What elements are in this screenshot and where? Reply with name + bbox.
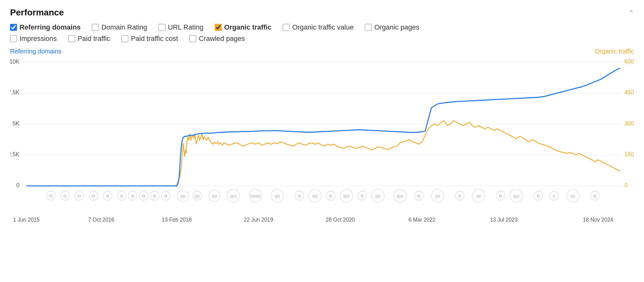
svg-text:G: G: [142, 193, 145, 198]
axis-labels: Referring domains Organic traffic: [10, 48, 634, 55]
svg-text:13 Jul 2023: 13 Jul 2023: [490, 217, 518, 223]
checkbox-item-crawled-pages[interactable]: Crawled pages: [189, 35, 245, 43]
svg-text:G: G: [49, 193, 53, 198]
checkbox-item-url-rating[interactable]: URL Rating: [158, 23, 203, 31]
svg-text:G: G: [120, 193, 123, 198]
checkbox-item-organic-traffic[interactable]: Organic traffic: [215, 23, 271, 31]
organic-traffic-label: Organic traffic: [224, 23, 271, 31]
organic-traffic-value-checkbox[interactable]: [283, 24, 290, 31]
chart-wrapper: 10K 7.5K 5K 2.5K 0 600K 450K 300K 150K 0…: [10, 56, 634, 238]
svg-text:450K: 450K: [625, 89, 634, 96]
svg-text:G: G: [329, 193, 332, 198]
crawled-pages-checkbox[interactable]: [189, 35, 196, 42]
svg-text:G: G: [64, 193, 67, 198]
svg-text:(((G: (((G: [397, 194, 403, 198]
domain-rating-label: Domain Rating: [101, 23, 147, 31]
organic-pages-checkbox[interactable]: [365, 24, 372, 31]
svg-text:13 Feb 2018: 13 Feb 2018: [162, 217, 192, 223]
svg-text:(((G: (((G: [513, 194, 519, 198]
svg-text:G: G: [298, 193, 301, 198]
svg-text:0: 0: [16, 182, 19, 188]
svg-text:((G: ((G: [275, 194, 280, 198]
svg-text:6 Mar 2022: 6 Mar 2022: [408, 217, 436, 223]
svg-text:G: G: [417, 193, 420, 198]
svg-text:G: G: [78, 193, 81, 198]
svg-text:G: G: [131, 193, 134, 198]
url-rating-label: URL Rating: [168, 23, 203, 31]
impressions-label: Impressions: [19, 35, 57, 43]
svg-text:((G: ((G: [180, 194, 186, 198]
referring-domains-checkbox[interactable]: [10, 24, 17, 31]
panel-title: Performance: [10, 8, 64, 18]
checkbox-item-impressions[interactable]: Impressions: [10, 35, 57, 43]
svg-text:(((G: (((G: [230, 194, 236, 198]
svg-text:G: G: [361, 193, 364, 198]
svg-text:GG: GG: [212, 194, 217, 198]
svg-text:G2: G2: [571, 194, 575, 198]
checkbox-item-domain-rating[interactable]: Domain Rating: [92, 23, 147, 31]
checkbox-item-organic-traffic-value[interactable]: Organic traffic value: [283, 23, 353, 31]
svg-text:G2: G2: [476, 194, 481, 198]
paid-traffic-cost-label: Paid traffic cost: [131, 35, 178, 43]
svg-text:GGGG: GGGG: [250, 194, 261, 198]
checkbox-item-referring-domains[interactable]: Referring domains: [10, 23, 80, 31]
svg-text:0: 0: [625, 182, 628, 188]
organic-pages-label: Organic pages: [374, 23, 419, 31]
impressions-checkbox[interactable]: [10, 35, 17, 42]
paid-traffic-checkbox[interactable]: [68, 35, 75, 42]
svg-text:G: G: [164, 193, 167, 198]
svg-text:((G: ((G: [375, 194, 380, 198]
chart-area: Referring domains Organic traffic 10K 7.…: [10, 48, 634, 238]
svg-text:(((G: (((G: [343, 194, 350, 198]
svg-text:1 Jun 2015: 1 Jun 2015: [13, 217, 40, 223]
checkbox-row-2: ImpressionsPaid trafficPaid traffic cost…: [10, 35, 634, 43]
organic-traffic-line: [26, 121, 620, 186]
checkbox-row-1: Referring domainsDomain RatingURL Rating…: [10, 23, 634, 31]
svg-text:G: G: [153, 193, 156, 198]
panel-header: Performance ⌃: [10, 8, 634, 18]
svg-text:GG: GG: [312, 194, 318, 198]
svg-text:7.5K: 7.5K: [10, 89, 20, 96]
svg-text:150K: 150K: [625, 151, 634, 158]
organic-traffic-value-label: Organic traffic value: [292, 23, 353, 31]
svg-text:G: G: [92, 193, 95, 198]
svg-text:G: G: [458, 193, 461, 198]
svg-text:((G: ((G: [435, 194, 440, 198]
domain-rating-checkbox[interactable]: [92, 24, 99, 31]
svg-text:18 Nov 2024: 18 Nov 2024: [583, 217, 613, 223]
svg-text:2: 2: [553, 193, 555, 198]
svg-text:2.5K: 2.5K: [10, 151, 20, 158]
paid-traffic-cost-checkbox[interactable]: [121, 35, 128, 42]
left-axis-label: Referring domains: [10, 48, 61, 55]
referring-domains-line: [26, 68, 620, 186]
checkbox-item-paid-traffic[interactable]: Paid traffic: [68, 35, 110, 43]
right-axis-label: Organic traffic: [595, 48, 634, 55]
paid-traffic-label: Paid traffic: [78, 35, 110, 43]
svg-text:300K: 300K: [625, 120, 634, 126]
svg-text:7 Oct 2016: 7 Oct 2016: [88, 217, 114, 223]
crawled-pages-label: Crawled pages: [199, 35, 245, 43]
collapse-button[interactable]: ⌃: [629, 9, 634, 16]
organic-traffic-checkbox[interactable]: [215, 24, 222, 31]
svg-text:600K: 600K: [625, 58, 634, 65]
svg-text:G: G: [106, 193, 109, 198]
svg-text:G: G: [499, 193, 502, 198]
svg-text:10K: 10K: [10, 58, 20, 65]
svg-text:5K: 5K: [13, 120, 20, 126]
checkbox-item-organic-pages[interactable]: Organic pages: [365, 23, 419, 31]
referring-domains-label: Referring domains: [19, 23, 80, 31]
checkbox-item-paid-traffic-cost[interactable]: Paid traffic cost: [121, 35, 178, 43]
svg-text:((G: ((G: [195, 194, 200, 198]
svg-text:G: G: [593, 193, 597, 198]
svg-text:G: G: [537, 193, 540, 198]
svg-text:28 Oct 2020: 28 Oct 2020: [326, 217, 355, 223]
performance-panel: Performance ⌃ Referring domainsDomain Ra…: [0, 0, 644, 243]
url-rating-checkbox[interactable]: [158, 24, 165, 31]
chart-svg: 10K 7.5K 5K 2.5K 0 600K 450K 300K 150K 0…: [10, 56, 634, 238]
svg-text:22 Jun 2019: 22 Jun 2019: [244, 217, 273, 223]
